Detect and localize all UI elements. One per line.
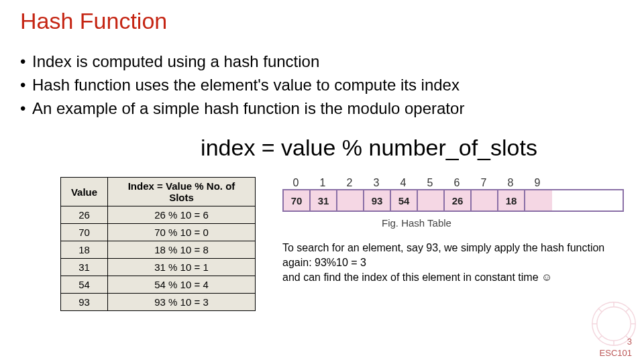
hash-cell: 31 [311,190,337,210]
table-row: 5454 % 10 = 4 [61,276,256,294]
page-number: 3 [600,337,632,347]
table-header: Index = Value % No. of Slots [108,178,256,206]
hash-cell [418,190,445,210]
slide-title: Hash Function [20,8,624,34]
table-row: 9393 % 10 = 3 [61,294,256,311]
svg-line-6 [598,308,602,312]
course-code: ESC101 [600,348,632,358]
hash-cell: 70 [284,190,311,210]
table-row: 1818 % 10 = 8 [61,241,256,259]
bullet-item: Index is computed using a hash function [32,50,319,74]
explanation-text: To search for an element, say 93, we sim… [282,241,624,284]
hash-cell: 26 [445,190,472,210]
hash-cell [337,190,364,210]
hash-cell: 18 [498,190,525,210]
hash-cell: 93 [364,190,391,210]
bullet-list: •Index is computed using a hash function… [20,50,624,120]
table-row: 2626 % 10 = 6 [61,206,256,224]
slide: Hash Function •Index is computed using a… [0,0,644,362]
table-row: 7070 % 10 = 0 [61,224,256,241]
hash-cell [472,190,498,210]
hash-table: Value Index = Value % No. of Slots 2626 … [60,177,256,311]
table-row: 3131 % 10 = 1 [61,259,256,276]
svg-line-8 [626,308,629,312]
slide-footer: 3 ESC101 [600,337,632,358]
bullet-item: An example of a simple hash function is … [32,97,464,121]
bullet-item: Hash function uses the element's value t… [32,74,460,97]
formula-text: index = value % number_of_slots [134,135,604,161]
hash-diagram: 0 1 2 3 4 5 6 7 8 9 70 31 93 54 [282,177,624,229]
hash-cell: 54 [391,190,418,210]
figure-caption: Fig. Hash Table [282,217,551,229]
table-header: Value [61,178,108,206]
hash-cell [525,190,552,210]
svg-point-1 [597,307,631,341]
